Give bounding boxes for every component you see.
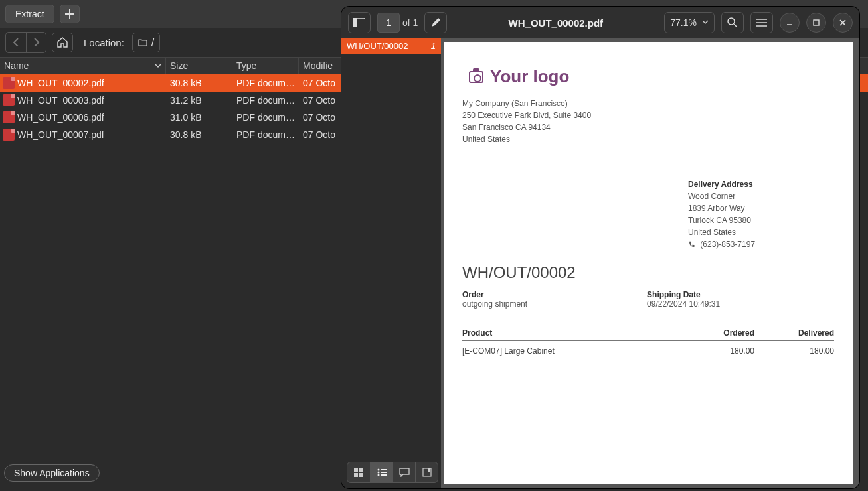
sidebar-toggle-button[interactable] [348, 12, 371, 33]
chevron-left-icon [13, 38, 19, 46]
extract-button[interactable]: Extract [5, 5, 54, 23]
file-size: 31.2 kB [166, 95, 232, 105]
page-number-input[interactable] [377, 13, 400, 33]
nav-back-button[interactable] [6, 33, 26, 52]
nav-forward-button[interactable] [26, 33, 46, 52]
pdf-viewer-window: of 1 WH_OUT_00002.pdf 77.1% WH/OUT/0000 [341, 7, 859, 488]
new-tab-button[interactable] [60, 5, 80, 23]
view-list-button[interactable] [370, 462, 392, 482]
hamburger-menu-button[interactable] [750, 12, 773, 33]
document-name: WH/OUT/00002 [462, 263, 834, 282]
table-row: [E-COM07] Large Cabinet 180.00 180.00 [462, 341, 834, 356]
location-path: / [151, 36, 154, 48]
minimize-button[interactable] [780, 13, 800, 33]
hamburger-icon [756, 19, 767, 27]
svg-point-8 [377, 469, 379, 471]
column-header-type[interactable]: Type [232, 58, 299, 74]
side-panel-icon [353, 18, 365, 27]
svg-rect-13 [381, 474, 387, 476]
pdf-file-icon [3, 129, 15, 141]
logo: Your logo [469, 66, 834, 87]
sort-down-icon [155, 62, 161, 69]
product-table: Product Ordered Delivered [E-COM07] Larg… [462, 328, 834, 356]
file-name: WH_OUT_00007.pdf [17, 129, 104, 140]
pdf-body: WH/OUT/00002 1 Your logo My Company (San… [341, 38, 859, 488]
list-icon [377, 468, 387, 476]
pdf-page: Your logo My Company (San Francisco) 250… [444, 42, 853, 484]
file-type: PDF docum… [232, 78, 299, 88]
page-of-label: of 1 [402, 17, 418, 28]
document-title: WH_OUT_00002.pdf [454, 17, 657, 29]
phone-icon [688, 241, 695, 248]
pdf-titlebar: of 1 WH_OUT_00002.pdf 77.1% [341, 7, 859, 38]
column-header-name[interactable]: Name [0, 58, 166, 74]
meta-row: Order outgoing shipment Shipping Date 09… [462, 290, 834, 309]
camera-icon [469, 71, 483, 83]
svg-point-10 [377, 472, 379, 474]
pen-icon [430, 17, 441, 28]
svg-rect-5 [359, 468, 363, 472]
svg-point-12 [377, 474, 379, 476]
pdf-page-viewport[interactable]: Your logo My Company (San Francisco) 250… [441, 38, 859, 488]
plus-icon [65, 9, 74, 19]
pdf-file-icon [3, 77, 15, 89]
company-address: My Company (San Francisco) 250 Executive… [462, 98, 834, 145]
page-box: of 1 [377, 13, 418, 33]
home-icon [57, 37, 68, 48]
file-size: 30.8 kB [166, 129, 232, 140]
close-icon [839, 19, 847, 27]
svg-rect-11 [381, 472, 387, 473]
view-annotations-button[interactable] [392, 462, 415, 482]
show-applications-button[interactable]: Show Applications [4, 464, 100, 482]
search-icon [727, 17, 738, 28]
file-size: 31.0 kB [166, 112, 232, 123]
svg-rect-1 [353, 18, 357, 27]
minimize-icon [786, 19, 794, 27]
search-button[interactable] [721, 12, 744, 33]
home-button[interactable] [52, 33, 73, 52]
location-box[interactable]: / [132, 33, 160, 52]
file-type: PDF docum… [232, 129, 299, 140]
grid-icon [354, 468, 363, 477]
delivery-address: Delivery Address Wood Corner 1839 Arbor … [688, 178, 834, 250]
zoom-dropdown[interactable]: 77.1% [664, 12, 715, 33]
view-grid-button[interactable] [347, 462, 370, 482]
svg-point-2 [728, 18, 735, 25]
svg-rect-4 [354, 468, 358, 472]
thumbnail-tab[interactable]: WH/OUT/00002 1 [341, 38, 441, 54]
folder-icon [138, 38, 147, 47]
close-button[interactable] [833, 13, 853, 33]
speech-icon [399, 468, 410, 477]
chevron-right-icon [33, 38, 40, 46]
file-type: PDF docum… [232, 112, 299, 123]
file-name: WH_OUT_00002.pdf [17, 78, 104, 88]
svg-rect-3 [814, 20, 819, 25]
file-size: 30.8 kB [166, 78, 232, 88]
pdf-file-icon [3, 94, 15, 106]
bookmark-panel-icon [422, 468, 432, 477]
annotate-button[interactable] [424, 12, 447, 33]
svg-rect-6 [354, 473, 358, 477]
file-name: WH_OUT_00003.pdf [17, 95, 104, 105]
chevron-down-icon [702, 20, 709, 25]
pdf-bottombar [347, 462, 438, 483]
file-type: PDF docum… [232, 95, 299, 105]
pdf-file-icon [3, 111, 15, 123]
thumbnail-sidebar: WH/OUT/00002 1 [341, 38, 441, 488]
maximize-button[interactable] [806, 13, 826, 33]
nav-arrows-group [5, 32, 46, 53]
location-label: Location: [84, 37, 124, 48]
column-header-size[interactable]: Size [166, 58, 232, 74]
svg-rect-9 [381, 469, 387, 470]
file-name: WH_OUT_00006.pdf [17, 112, 104, 123]
maximize-icon [812, 19, 820, 27]
thumbnail-canvas [341, 54, 441, 488]
svg-rect-7 [359, 473, 363, 477]
view-bookmarks-button[interactable] [415, 462, 438, 482]
